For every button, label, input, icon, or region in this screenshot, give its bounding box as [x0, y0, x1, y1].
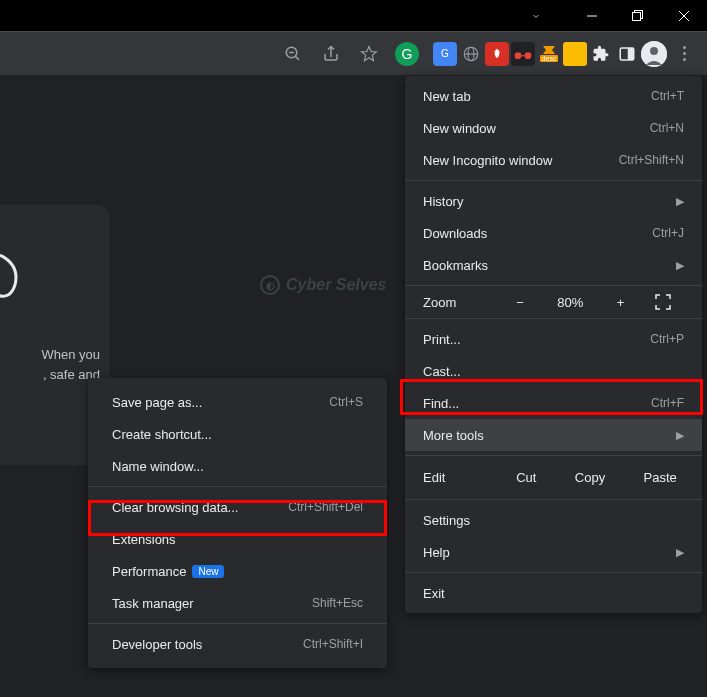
extension-glasses-icon[interactable]	[511, 42, 535, 66]
submenu-save-page[interactable]: Save page as... Ctrl+S	[88, 386, 387, 418]
ntp-text-line1: When you	[0, 345, 100, 365]
svg-rect-15	[628, 48, 634, 60]
extensions-puzzle-icon[interactable]	[589, 42, 613, 66]
menu-cast[interactable]: Cast...	[405, 355, 702, 387]
svg-rect-2	[633, 12, 641, 20]
menu-settings[interactable]: Settings	[405, 504, 702, 536]
menu-label: Help	[423, 545, 450, 560]
svg-point-17	[650, 47, 658, 55]
menu-separator	[88, 486, 387, 487]
window-minimize-button[interactable]	[569, 0, 615, 31]
extension-globe-icon[interactable]	[459, 42, 483, 66]
menu-print[interactable]: Print... Ctrl+P	[405, 323, 702, 355]
watermark-icon: ◐	[260, 275, 280, 295]
menu-separator	[405, 572, 702, 573]
menu-label: More tools	[423, 428, 484, 443]
bookmark-star-icon[interactable]	[355, 40, 383, 68]
menu-shortcut: Ctrl+F	[651, 396, 684, 410]
submenu-performance[interactable]: Performance New	[88, 555, 387, 587]
menu-shortcut: Ctrl+P	[650, 332, 684, 346]
chrome-main-menu: New tab Ctrl+T New window Ctrl+N New Inc…	[405, 76, 702, 613]
menu-label: Find...	[423, 396, 459, 411]
menu-shortcut: Ctrl+J	[652, 226, 684, 240]
browser-toolbar: G G desc	[0, 31, 707, 75]
edit-copy-button[interactable]: Copy	[567, 466, 613, 489]
menu-label: History	[423, 194, 463, 209]
window-maximize-button[interactable]	[615, 0, 661, 31]
menu-separator	[88, 623, 387, 624]
menu-new-tab[interactable]: New tab Ctrl+T	[405, 80, 702, 112]
menu-label: Clear browsing data...	[112, 500, 238, 515]
extension-adblock-icon[interactable]	[485, 42, 509, 66]
menu-label: Downloads	[423, 226, 487, 241]
menu-help[interactable]: Help ▶	[405, 536, 702, 568]
menu-label: New Incognito window	[423, 153, 552, 168]
side-panel-icon[interactable]	[615, 42, 639, 66]
submenu-name-window[interactable]: Name window...	[88, 450, 387, 482]
extension-desc-icon[interactable]: desc	[537, 42, 561, 66]
menu-exit[interactable]: Exit	[405, 577, 702, 609]
new-badge: New	[192, 565, 224, 578]
svg-point-11	[515, 52, 522, 59]
menu-label: Performance New	[112, 564, 224, 579]
submenu-clear-browsing-data[interactable]: Clear browsing data... Ctrl+Shift+Del	[88, 491, 387, 523]
omnibox-actions	[8, 40, 393, 68]
zoom-in-button[interactable]: +	[605, 295, 637, 310]
main-menu-button[interactable]	[669, 39, 699, 69]
tab-search-chevron-icon[interactable]	[513, 0, 559, 31]
menu-label: Edit	[423, 470, 497, 485]
menu-label: Extensions	[112, 532, 176, 547]
zoom-out-button[interactable]: −	[504, 295, 536, 310]
menu-shortcut: Ctrl+Shift+I	[303, 637, 363, 651]
menu-label: Save page as...	[112, 395, 202, 410]
menu-label: Bookmarks	[423, 258, 488, 273]
menu-find[interactable]: Find... Ctrl+F	[405, 387, 702, 419]
menu-label: Create shortcut...	[112, 427, 212, 442]
menu-new-window[interactable]: New window Ctrl+N	[405, 112, 702, 144]
menu-separator	[405, 318, 702, 319]
submenu-developer-tools[interactable]: Developer tools Ctrl+Shift+I	[88, 628, 387, 660]
menu-label: Print...	[423, 332, 461, 347]
menu-shortcut: Ctrl+T	[651, 89, 684, 103]
menu-label: Exit	[423, 586, 445, 601]
watermark: ◐ Cyber Selves	[260, 275, 387, 295]
menu-more-tools[interactable]: More tools ▶	[405, 419, 702, 451]
submenu-arrow-icon: ▶	[676, 259, 684, 272]
menu-separator	[405, 455, 702, 456]
edit-paste-button[interactable]: Paste	[636, 466, 685, 489]
menu-separator	[405, 499, 702, 500]
share-icon[interactable]	[317, 40, 345, 68]
menu-history[interactable]: History ▶	[405, 185, 702, 217]
fullscreen-button[interactable]	[655, 294, 687, 310]
menu-label: New window	[423, 121, 496, 136]
menu-shortcut: Ctrl+Shift+N	[619, 153, 684, 167]
menu-label: Developer tools	[112, 637, 202, 652]
menu-separator	[405, 285, 702, 286]
extension-grammarly-icon[interactable]: G	[395, 42, 419, 66]
submenu-create-shortcut[interactable]: Create shortcut...	[88, 418, 387, 450]
menu-shortcut: Ctrl+Shift+Del	[288, 500, 363, 514]
more-tools-submenu: Save page as... Ctrl+S Create shortcut..…	[88, 378, 387, 668]
zoom-icon[interactable]	[279, 40, 307, 68]
window-close-button[interactable]	[661, 0, 707, 31]
profile-avatar[interactable]	[641, 41, 667, 67]
menu-downloads[interactable]: Downloads Ctrl+J	[405, 217, 702, 249]
menu-label: Name window...	[112, 459, 204, 474]
submenu-extensions[interactable]: Extensions	[88, 523, 387, 555]
submenu-task-manager[interactable]: Task manager Shift+Esc	[88, 587, 387, 619]
extension-keep-icon[interactable]	[563, 42, 587, 66]
menu-shortcut: Ctrl+S	[329, 395, 363, 409]
menu-new-incognito[interactable]: New Incognito window Ctrl+Shift+N	[405, 144, 702, 176]
extension-translate-icon[interactable]: G	[433, 42, 457, 66]
submenu-arrow-icon: ▶	[676, 429, 684, 442]
edit-cut-button[interactable]: Cut	[508, 466, 544, 489]
watermark-text: Cyber Selves	[286, 276, 387, 294]
menu-separator	[405, 180, 702, 181]
menu-zoom-row: Zoom − 80% +	[405, 290, 702, 314]
submenu-arrow-icon: ▶	[676, 546, 684, 559]
svg-point-12	[525, 52, 532, 59]
submenu-arrow-icon: ▶	[676, 195, 684, 208]
menu-label: Zoom	[423, 295, 495, 310]
zoom-value: 80%	[554, 295, 586, 310]
menu-bookmarks[interactable]: Bookmarks ▶	[405, 249, 702, 281]
